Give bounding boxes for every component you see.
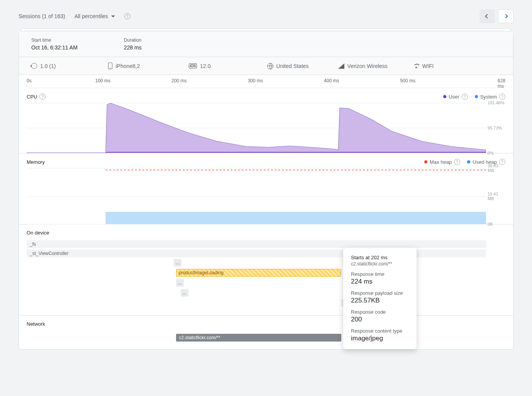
device-model: iPhone8,2 xyxy=(115,63,140,69)
memory-area-chart xyxy=(27,168,486,224)
signal-icon xyxy=(338,63,344,69)
tooltip-rt-value: 224 ms xyxy=(351,278,409,286)
trace-row-fs[interactable]: _fs xyxy=(27,240,486,248)
tooltip-code-value: 200 xyxy=(351,316,409,323)
ios-icon: iOS xyxy=(189,63,197,68)
legend-dot-maxheap xyxy=(424,160,427,163)
tooltip-code-label: Response code xyxy=(351,309,409,315)
trace-bar-ellipsis[interactable]: ... xyxy=(174,259,181,267)
timeline-axis: 0s100 ms200 ms300 ms400 ms500 ms628 ms xyxy=(27,75,505,88)
session-card: Start time Oct 16, 6:32:11 AM Duration 2… xyxy=(19,31,513,350)
axis-tick: 0s xyxy=(27,78,32,83)
tooltip-size-label: Response payload size xyxy=(351,290,409,296)
axis-tick: 100 ms xyxy=(95,78,110,83)
tooltip-type-label: Response content type xyxy=(351,328,409,334)
network-tooltip: Starts at 202 ms c2.staticflickr.com/** … xyxy=(343,248,417,349)
sessions-count: Sessions (1 of 163) xyxy=(19,13,65,19)
chevron-right-icon xyxy=(503,14,508,18)
tooltip-rt-label: Response time xyxy=(351,271,409,277)
globe-icon xyxy=(267,63,273,69)
percentile-dropdown[interactable]: All percentiles xyxy=(75,13,115,19)
trace-bar-ellipsis[interactable]: ... xyxy=(176,279,184,287)
help-icon[interactable]: ? xyxy=(454,159,460,165)
percentile-label: All percentiles xyxy=(75,13,108,19)
tooltip-url: c2.staticflickr.com/** xyxy=(351,261,409,267)
network-title: Network xyxy=(27,321,45,327)
tooltip-size-value: 225.57KB xyxy=(351,297,409,304)
phone-icon xyxy=(108,63,112,69)
help-icon[interactable]: ? xyxy=(499,93,505,100)
cpu-ylabel-mid: 95.73% xyxy=(488,126,505,130)
start-time-value: Oct 16, 6:32:11 AM xyxy=(31,44,78,51)
duration-label: Duration xyxy=(124,37,142,43)
axis-tick: 400 ms xyxy=(324,78,339,83)
trace-bar-ellipsis[interactable]: ... xyxy=(181,289,188,297)
tooltip-type-value: image/jpeg xyxy=(351,335,409,342)
cpu-ylabel-top: 191.46% xyxy=(488,100,505,105)
legend-maxheap: Max heap xyxy=(430,159,452,165)
prev-session-button[interactable] xyxy=(479,9,495,23)
trace-row-viewcontroller[interactable]: _st_ViewController xyxy=(27,250,486,257)
network-request-bar[interactable]: c2.staticflickr.com/** xyxy=(176,334,341,342)
next-session-button[interactable] xyxy=(498,9,513,23)
legend-system: System xyxy=(480,94,497,100)
tooltip-title: Starts at 202 ms xyxy=(351,255,409,260)
mem-ylabel-top: 38.83 MB xyxy=(488,163,505,173)
cpu-chart[interactable]: 191.46% 95.73% 0% xyxy=(27,103,486,153)
country: United States xyxy=(276,63,309,69)
memory-title: Memory xyxy=(27,159,45,165)
help-icon[interactable]: ? xyxy=(462,93,468,100)
legend-user: User xyxy=(449,94,459,100)
cpu-title: CPU xyxy=(27,94,37,100)
axis-tick: 200 ms xyxy=(171,78,186,83)
memory-chart[interactable]: 38.83 MB 19.41 MB 0B xyxy=(27,168,486,224)
chevron-left-icon xyxy=(485,14,489,18)
network-type: WIFI xyxy=(422,63,434,69)
cpu-area-chart xyxy=(27,103,486,153)
trace-bar-product-image[interactable]: productImageLoading xyxy=(176,269,341,277)
axis-tick: 628 ms xyxy=(498,78,505,89)
wifi-icon xyxy=(413,64,419,68)
ondevice-title: On device xyxy=(27,230,49,236)
axis-tick: 500 ms xyxy=(400,78,415,83)
legend-dot-system xyxy=(475,95,478,98)
start-time-label: Start time xyxy=(31,37,78,43)
os-version: 12.0 xyxy=(200,63,210,69)
app-version: 1.0 (1) xyxy=(40,63,56,69)
legend-dot-usedheap xyxy=(467,160,470,163)
legend-dot-user xyxy=(443,95,446,98)
help-icon[interactable]: ? xyxy=(124,13,130,19)
mem-ylabel-mid: 19.41 MB xyxy=(488,192,505,201)
axis-tick: 300 ms xyxy=(248,78,263,83)
history-icon xyxy=(31,63,37,69)
chevron-down-icon xyxy=(111,15,115,17)
help-icon[interactable]: ? xyxy=(39,93,46,100)
duration-value: 228 ms xyxy=(124,44,142,51)
carrier: Verizon Wireless xyxy=(347,63,388,69)
